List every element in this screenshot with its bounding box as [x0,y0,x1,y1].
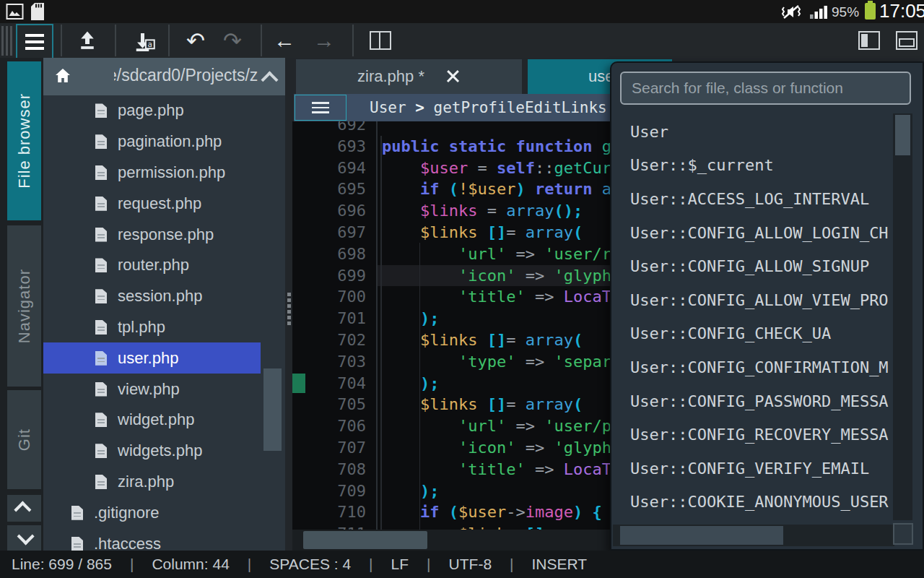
toolbar-grip [6,26,8,56]
status-item[interactable]: Column: 44 [152,556,229,573]
file-icon [71,537,83,551]
breadcrumb-chevron-icon: > [415,99,433,116]
search-result-item[interactable]: User::$_current [611,149,889,183]
undo-button[interactable]: ↶ [183,23,209,58]
file-name-label: view.php [118,380,180,399]
line-number: 707 [292,437,376,459]
horizontal-split-button[interactable] [894,23,920,58]
file-row-router.php[interactable]: router.php [43,250,261,281]
breadcrumb-segment[interactable]: User [370,99,415,116]
search-result-item[interactable]: User::COOKIE_ANONYMOUS_USER [611,486,889,519]
file-name-label: request.php [118,194,201,213]
split-columns-icon [370,31,391,50]
file-row-zira.php[interactable]: zira.php [43,467,261,498]
search-result-item[interactable]: User::CONFIG_ALLOW_SIGNUP [611,249,889,283]
file-row-.gitignore[interactable]: .gitignore [43,497,261,528]
code-text: $links []= [376,523,554,530]
line-number: 708 [292,459,376,480]
scroll-up-button[interactable] [7,495,41,522]
code-text: if (!$user) return a [376,178,611,200]
file-list: page.phppagination.phppermission.phprequ… [43,95,285,551]
file-row-user.php[interactable]: user.php [43,342,261,374]
code-text: $links = array(); [376,200,583,222]
status-item[interactable]: INSERT [532,556,588,573]
file-row-request.php[interactable]: request.php [43,188,261,219]
rail-tab-label: Git [15,428,34,451]
results-vertical-scrollbar[interactable] [893,113,912,520]
upload-icon [77,30,98,51]
file-row-response.php[interactable]: response.php [43,219,261,250]
file-name-label: tpl.php [118,318,165,337]
file-name-label: router.php [118,256,189,275]
redo-button[interactable]: ↷ [219,23,245,58]
search-result-item[interactable]: User::CONFIG_ALLOW_VIEW_PRO [611,283,889,317]
breadcrumb[interactable]: User > getProfileEditLinks > [370,99,635,116]
file-row-.htaccess[interactable]: .htaccess [43,528,261,551]
status-item[interactable]: SPACES : 4 [269,556,351,573]
rail-tab-file-browser[interactable]: File browser [7,61,41,220]
search-result-item[interactable]: User::CONFIG_PASSWORD_MESSA [611,384,889,418]
editor-tab-label: zira.php * [357,67,424,86]
split-view-button[interactable] [367,23,393,58]
file-browser-path-bar[interactable]: e/sdcard0/Projects/zira [43,58,285,95]
navigate-back-button[interactable]: ← [271,23,297,58]
breadcrumb-menu-button[interactable] [295,95,346,121]
file-list-scrollbar-thumb[interactable] [263,368,282,451]
path-label: e/sdcard0/Projects/zira [114,66,258,85]
file-row-page.php[interactable]: page.php [43,95,261,126]
status-separator: | [369,556,372,573]
editor-hscroll-thumb[interactable] [303,531,427,549]
toolbar-separator [115,25,116,56]
save-as-button[interactable]: a [131,23,157,58]
status-item[interactable]: Line: 699 / 865 [12,556,112,573]
sdcard-notification-icon [30,2,45,21]
file-icon [95,382,107,397]
code-text: if ($user->image) { [376,501,602,523]
file-row-widget.php[interactable]: widget.php [43,405,261,436]
results-hscroll-thumb[interactable] [620,526,783,545]
code-text: 'url' => 'user/r [376,243,611,265]
toolbar-grip [10,26,12,56]
file-row-tpl.php[interactable]: tpl.php [43,312,261,343]
close-icon[interactable] [446,69,461,84]
file-icon [95,289,107,303]
editor-tab-zira[interactable]: zira.php * [296,59,522,94]
file-row-view.php[interactable]: view.php [43,374,261,405]
file-row-permission.php[interactable]: permission.php [43,158,261,189]
file-row-widgets.php[interactable]: widgets.php [43,436,261,467]
upload-button[interactable] [74,23,100,58]
breadcrumb-segment[interactable]: getProfileEditLinks [434,99,616,116]
rail-tab-git[interactable]: Git [7,390,41,489]
search-result-item[interactable]: User::CONFIG_CHECK_UA [611,317,889,351]
file-row-pagination.php[interactable]: pagination.php [43,126,261,158]
clock-label: 17:05 [879,0,924,22]
status-separator: | [510,556,513,573]
results-horizontal-scrollbar[interactable] [613,525,894,546]
rail-tab-navigator[interactable]: Navigator [7,225,41,387]
search-result-item[interactable]: User [611,115,889,149]
search-result-item[interactable]: User::ACCESS_LOG_INTERVAL [611,182,889,216]
search-result-item[interactable]: User::CONFIG_VERIFY_EMAIL [611,452,889,486]
chevron-down-icon [17,527,35,545]
collapse-path-icon[interactable] [261,71,278,88]
file-row-session.php[interactable]: session.php [43,281,261,312]
scroll-down-button[interactable] [7,525,41,551]
vertical-split-button[interactable] [856,23,882,58]
status-item[interactable]: UTF-8 [449,556,492,573]
search-result-item[interactable]: User::CONFIG_RECOVERY_MESSA [611,418,889,452]
file-name-label: user.php [118,349,178,368]
status-separator: | [427,556,430,573]
navigate-forward-button[interactable]: → [311,23,337,58]
line-number: 703 [292,351,376,373]
rail-tab-label: Navigator [15,269,34,343]
code-text [376,121,382,136]
panel-resize-handle[interactable] [287,293,292,325]
status-item[interactable]: LF [391,556,409,573]
results-vscroll-thumb[interactable] [895,115,910,155]
search-result-item[interactable]: User::CONFIG_CONFIRMATION_M [611,350,889,384]
file-name-label: pagination.php [118,132,222,151]
search-result-item[interactable]: User::CONFIG_ALLOW_LOGIN_CH [611,216,889,250]
search-input[interactable] [620,72,911,105]
main-menu-button[interactable] [16,24,53,59]
horizontal-split-icon [896,31,918,50]
